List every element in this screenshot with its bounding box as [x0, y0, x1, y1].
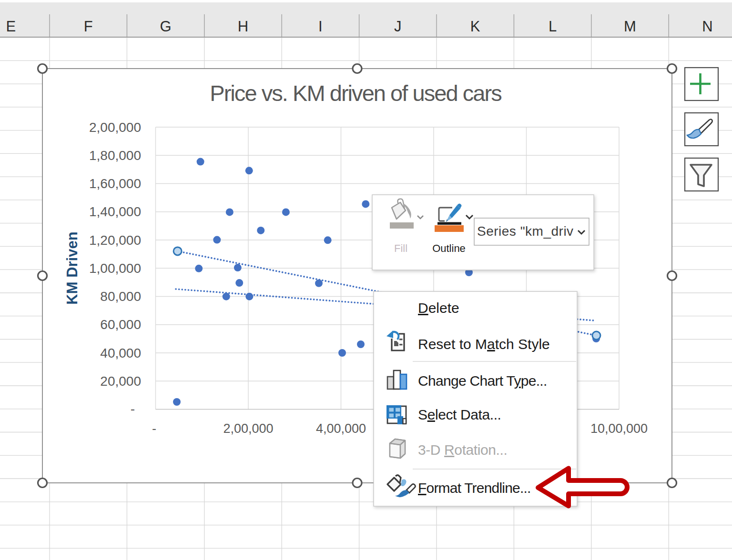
- svg-text:G: G: [160, 18, 172, 35]
- svg-text:Outline: Outline: [432, 242, 466, 254]
- svg-text:F: F: [84, 18, 93, 35]
- svg-text:1,00,000: 1,00,000: [89, 261, 141, 276]
- svg-text:Change Chart Type...: Change Chart Type...: [418, 373, 547, 389]
- svg-text:H: H: [238, 18, 248, 35]
- svg-text:80,000: 80,000: [100, 289, 141, 304]
- svg-text:60,000: 60,000: [100, 317, 141, 332]
- svg-text:1,80,000: 1,80,000: [89, 148, 141, 163]
- svg-text:20,000: 20,000: [100, 374, 141, 389]
- svg-text:L: L: [549, 18, 557, 35]
- svg-text:10,00,000: 10,00,000: [590, 421, 648, 436]
- svg-text:Reset to Match Style: Reset to Match Style: [418, 336, 550, 352]
- svg-text:1,40,000: 1,40,000: [89, 204, 141, 219]
- svg-text:Price vs. KM driven of used ca: Price vs. KM driven of used cars: [210, 80, 501, 106]
- svg-text:N: N: [702, 18, 712, 35]
- svg-text:Delete: Delete: [418, 300, 459, 316]
- svg-text:Select Data...: Select Data...: [418, 407, 501, 422]
- svg-text:-: -: [131, 401, 135, 416]
- svg-text:1,60,000: 1,60,000: [89, 176, 141, 191]
- svg-text:K: K: [470, 18, 480, 35]
- svg-text:KM Driven: KM Driven: [64, 231, 81, 304]
- svg-text:-: -: [152, 421, 156, 436]
- svg-text:40,000: 40,000: [100, 346, 141, 360]
- svg-text:Fill: Fill: [394, 242, 407, 254]
- svg-text:Series "km_driv: Series "km_driv: [477, 224, 574, 239]
- svg-text:3-D Rotation...: 3-D Rotation...: [418, 442, 507, 458]
- svg-text:1,20,000: 1,20,000: [89, 233, 141, 248]
- svg-text:2,00,000: 2,00,000: [89, 120, 141, 135]
- svg-text:4,00,000: 4,00,000: [316, 421, 366, 436]
- svg-text:E: E: [6, 18, 16, 35]
- svg-text:Format Trendline...: Format Trendline...: [418, 480, 531, 496]
- svg-text:I: I: [318, 18, 323, 35]
- svg-text:2,00,000: 2,00,000: [223, 421, 273, 436]
- svg-text:M: M: [624, 18, 636, 35]
- svg-text:J: J: [394, 18, 402, 35]
